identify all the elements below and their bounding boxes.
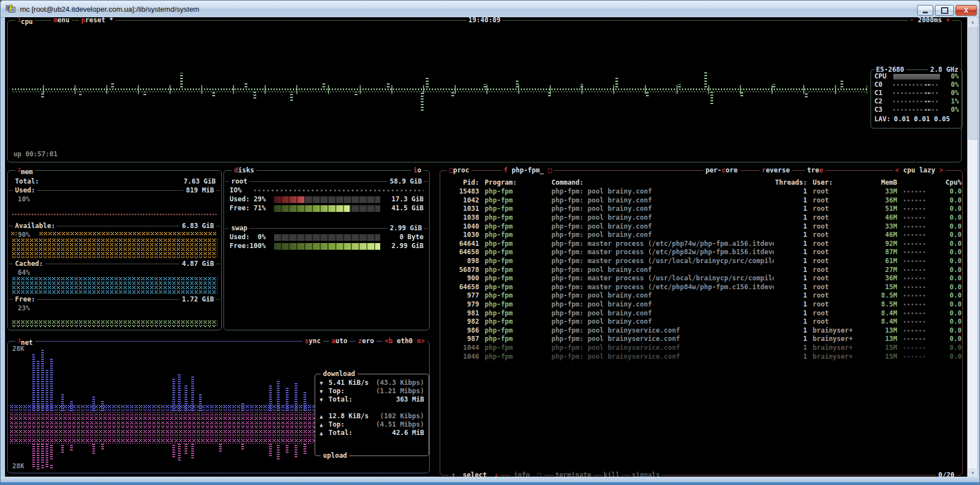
disk-swap-used-meter bbox=[274, 234, 380, 241]
sort-prev-button[interactable]: < bbox=[895, 166, 899, 174]
net-iface-prev-button[interactable]: <b bbox=[385, 337, 392, 345]
interval-control: - 2000ms + bbox=[908, 17, 952, 24]
proc-box: □proc f php-fpm_ □ per-core reverse tree… bbox=[440, 170, 963, 476]
col-mem[interactable]: MemB bbox=[868, 179, 897, 187]
terminal: 1cpu menu preset * 19:40:09 - 2000ms + E… bbox=[5, 17, 967, 478]
proc-box-title: □proc bbox=[447, 166, 471, 175]
net-box: 3net sync auto zero <b eth0 n> 28K 28K d… bbox=[7, 341, 430, 473]
net-sync-button[interactable]: sync bbox=[302, 337, 323, 345]
minimize-button[interactable] bbox=[917, 5, 933, 16]
io-toggle[interactable]: io bbox=[411, 166, 424, 175]
proc-row[interactable]: 1044php-fpmphp-fpm: pool brainyservice.c… bbox=[444, 344, 959, 353]
upload-total-row: ▲Total:42.6 MiB bbox=[320, 429, 424, 437]
net-zero-button[interactable]: zero bbox=[356, 337, 376, 345]
proc-row[interactable]: 987php-fpmphp-fpm: pool brainyservice.co… bbox=[444, 335, 959, 344]
mem-box: 2mem Total:7.63 GiB Used:819 MiB 10% Ava… bbox=[7, 170, 222, 330]
scroll-up-icon[interactable]: ▲ bbox=[968, 17, 978, 27]
proc-row[interactable]: 64641php-fpmphp-fpm: master process (/et… bbox=[444, 240, 959, 249]
clock: 19:40:09 bbox=[466, 17, 503, 24]
disk-root-free-meter bbox=[274, 205, 380, 212]
preset-button[interactable]: preset * bbox=[79, 17, 116, 24]
cpu-meter-row: C21% bbox=[871, 97, 962, 106]
proc-row[interactable]: 15483php-fpmphp-fpm: pool brainy.conf1ro… bbox=[444, 187, 959, 196]
scrollbar-thumb[interactable] bbox=[968, 27, 978, 140]
proc-row[interactable]: 56878php-fpmphp-fpm: pool brainy.conf1ro… bbox=[444, 265, 959, 274]
disks-box: disks io root58.9 GiB IO% Used: 29% 17.3… bbox=[223, 170, 430, 330]
net-interface-switcher: <b eth0 n> bbox=[382, 337, 427, 345]
proc-row[interactable]: 1040php-fpmphp-fpm: pool brainy.conf1roo… bbox=[444, 222, 959, 231]
cpu-info-box: E5-2680 2.8 GHz CPU0%C00%C10%C21%C30% LA… bbox=[870, 70, 963, 128]
proc-row[interactable]: 64650php-fpmphp-fpm: master process (/et… bbox=[444, 248, 959, 257]
menu-button[interactable]: menu bbox=[51, 17, 72, 24]
scrollbar[interactable]: ▲ ▼ bbox=[967, 17, 977, 478]
proc-filter-input[interactable]: f php-fpm_ □ bbox=[501, 166, 554, 175]
disk-swap-free-meter bbox=[274, 243, 380, 250]
proc-row[interactable]: 900php-fpmphp-fpm: master process (/usr/… bbox=[444, 274, 959, 283]
mem-available-graph-top bbox=[39, 231, 217, 236]
col-program[interactable]: Program: bbox=[479, 179, 551, 187]
mem-box-title: 2mem bbox=[16, 166, 35, 176]
disks-box-title: disks bbox=[232, 166, 256, 175]
app-window: mc [root@ub24.itdeveloper.com.ua]:/lib/s… bbox=[0, 0, 980, 485]
cpu-meter-list: CPU0%C00%C10%C21%C30% bbox=[871, 72, 962, 114]
up-arrow-icon: ▲ bbox=[320, 412, 329, 420]
proc-row[interactable]: 979php-fpmphp-fpm: pool brainy.conf1root… bbox=[444, 300, 959, 309]
minimize-icon bbox=[923, 12, 928, 13]
proc-row[interactable]: 1030php-fpmphp-fpm: pool brainy.conf1roo… bbox=[444, 231, 959, 240]
disk-root-free-row: Free: 71% 41.5 GiB bbox=[230, 204, 424, 212]
mem-free-pct: 23% bbox=[18, 304, 30, 313]
proc-row-list: 15483php-fpmphp-fpm: pool brainy.conf1ro… bbox=[444, 187, 959, 361]
disk-root-used-row: Used: 29% 17.3 GiB bbox=[230, 195, 424, 204]
proc-row[interactable]: 64658php-fpmphp-fpm: master process (/et… bbox=[444, 283, 959, 292]
disk-root-used-meter bbox=[274, 196, 380, 203]
down-arrow-icon: ▼ bbox=[320, 379, 329, 387]
download-speed-row: ▼5.41 KiB/s(43.3 Kibps) bbox=[320, 379, 424, 387]
download-total-row: ▼Total:363 MiB bbox=[320, 395, 424, 404]
up-arrow-icon: ▲ bbox=[320, 420, 329, 429]
interval-value: 2000ms bbox=[918, 17, 942, 24]
net-info-box: download ▼5.41 KiB/s(43.3 Kibps) ▼Top:(1… bbox=[315, 374, 429, 456]
proc-row[interactable]: 1042php-fpmphp-fpm: pool brainy.conf1roo… bbox=[444, 196, 959, 205]
interval-plus-button[interactable]: + bbox=[946, 17, 950, 24]
interval-minus-button[interactable]: - bbox=[910, 17, 914, 24]
title-bar[interactable]: mc [root@ub24.itdeveloper.com.ua]:/lib/s… bbox=[1, 1, 979, 18]
mem-cached-pct: 64% bbox=[18, 269, 30, 277]
cpu-meter-row: C00% bbox=[871, 81, 962, 89]
filter-clear-icon[interactable]: □ bbox=[548, 166, 552, 174]
mem-available-graph bbox=[12, 238, 217, 258]
cpu-box: 1cpu menu preset * 19:40:09 - 2000ms + E… bbox=[7, 20, 962, 162]
upload-top-row: ▲Top:(4.51 Mibps) bbox=[320, 420, 424, 429]
maximize-button[interactable] bbox=[935, 5, 954, 16]
col-pid[interactable]: Pid: bbox=[444, 179, 479, 187]
net-iface-next-button[interactable]: n> bbox=[417, 337, 425, 345]
sort-next-button[interactable]: > bbox=[939, 166, 943, 174]
cpu-box-title: 1cpu bbox=[16, 17, 35, 26]
reverse-toggle[interactable]: reverse bbox=[759, 166, 792, 175]
proc-row[interactable]: 981php-fpmphp-fpm: pool brainy.conf1root… bbox=[444, 309, 959, 318]
col-cpu[interactable]: Cpu% bbox=[928, 179, 962, 187]
sort-current: cpu lazy bbox=[903, 166, 936, 174]
mem-available-graph-tick bbox=[11, 231, 17, 236]
proc-row[interactable]: 1038php-fpmphp-fpm: pool brainy.conf1roo… bbox=[444, 214, 959, 222]
disk-swap-row: swap2.99 GiB bbox=[225, 224, 428, 232]
mem-total-row: Total:7.63 GiB bbox=[9, 177, 220, 186]
proc-row[interactable]: 898php-fpmphp-fpm: master process (/usr/… bbox=[444, 257, 959, 266]
col-threads[interactable]: Threads: bbox=[774, 179, 807, 187]
proc-row[interactable]: 986php-fpmphp-fpm: pool brainyservice.co… bbox=[444, 326, 959, 335]
per-core-toggle[interactable]: per-core bbox=[703, 166, 740, 175]
close-button[interactable]: X bbox=[956, 5, 977, 16]
sort-selector: < cpu lazy > bbox=[893, 166, 946, 175]
disk-root-io-row: IO% bbox=[230, 186, 424, 195]
tree-toggle[interactable]: tree bbox=[805, 166, 825, 175]
load-average-row: LAV:0.01 0.01 0.05 bbox=[871, 115, 962, 123]
proc-row[interactable]: 1031php-fpmphp-fpm: pool brainy.conf1roo… bbox=[444, 205, 959, 214]
disk-swap-used-row: Used: 0% 0 Byte bbox=[230, 233, 424, 241]
net-iface-name: eth0 bbox=[397, 337, 413, 345]
close-icon: X bbox=[964, 7, 968, 14]
proc-row[interactable]: 977php-fpmphp-fpm: pool brainy.conf1root… bbox=[444, 291, 959, 300]
col-command[interactable]: Command: bbox=[551, 179, 774, 187]
proc-row[interactable]: 1046php-fpmphp-fpm: pool brainyservice.c… bbox=[444, 352, 959, 361]
net-auto-button[interactable]: auto bbox=[329, 337, 350, 345]
proc-row[interactable]: 982php-fpmphp-fpm: pool brainy.conf1root… bbox=[444, 318, 959, 326]
col-user[interactable]: User: bbox=[807, 179, 868, 187]
